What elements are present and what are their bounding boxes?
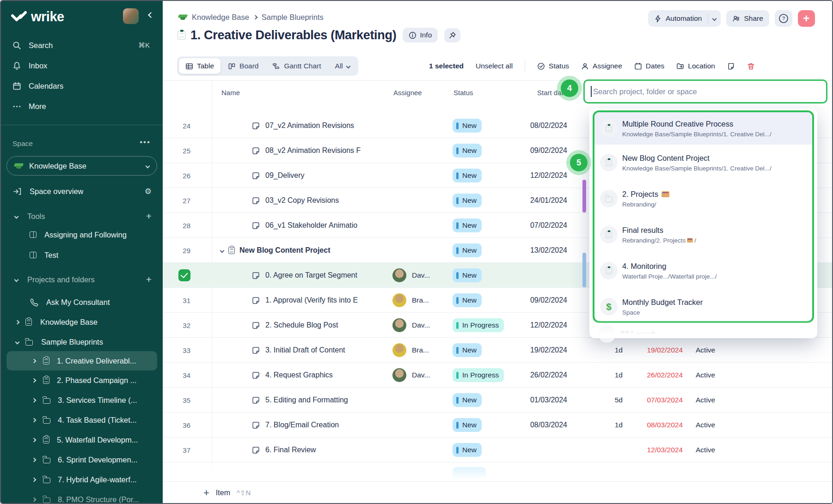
table-row[interactable]: 36 7. Blog/Email Creation New 08/03/2024… xyxy=(163,413,833,437)
start-date[interactable]: 09/02/2024 xyxy=(507,288,567,313)
automation-dropdown-button[interactable] xyxy=(708,10,721,27)
sidebar-item-space-overview[interactable]: Space overview ⚙ xyxy=(1,182,163,200)
sidebar-item-more[interactable]: More xyxy=(1,97,163,115)
status-badge[interactable]: New xyxy=(453,443,482,457)
duration[interactable]: 1d xyxy=(595,413,623,437)
sidebar-item-assigning-and-following[interactable]: Assigning and Following xyxy=(1,225,163,244)
project-state[interactable]: Active xyxy=(696,338,715,363)
start-date[interactable]: 13/02/2024 xyxy=(507,238,567,263)
start-date[interactable]: 12/02/2024 xyxy=(507,313,567,338)
status-badge[interactable]: In Progress xyxy=(453,368,504,382)
location-search-input[interactable]: Search project, folder or space xyxy=(583,79,827,103)
start-date[interactable]: 07/02/2024 xyxy=(507,213,567,238)
tab-filter-all[interactable]: All xyxy=(329,58,356,74)
breadcrumb-knowledge-base[interactable]: Knowledge Base xyxy=(192,13,249,22)
status-badge[interactable]: New xyxy=(453,418,482,432)
result-monthly-budget-tracker[interactable]: $ Monthly Budget Tracker Space xyxy=(594,289,812,323)
sidebar-item-task-based[interactable]: 4. Task Based (Ticket... xyxy=(1,411,163,429)
wrike-logo[interactable]: wrike xyxy=(11,9,64,24)
sidebar-item-services-timeline[interactable]: 3. Services Timeline (... xyxy=(1,391,163,409)
project-state[interactable]: Active xyxy=(696,437,715,462)
end-date-overdue[interactable]: 07/03/2024 xyxy=(631,388,683,413)
sidebar-item-inbox[interactable]: Inbox xyxy=(1,56,163,75)
assignee-name[interactable]: Bra... xyxy=(412,338,439,363)
status-badge[interactable]: New xyxy=(453,393,482,407)
table-row[interactable]: 34 4. Request Graphics Dav... In Progres… xyxy=(163,363,833,388)
result-4-monitoring[interactable]: 4. Monitoring Waterfall Proje.../Waterfa… xyxy=(594,253,812,289)
assignee-name[interactable]: Dav... xyxy=(412,313,439,338)
status-badge[interactable]: New xyxy=(453,343,482,357)
sidebar-item-search[interactable]: Search ⌘K xyxy=(1,36,163,55)
sidebar-item-waterfall-development[interactable]: 5. Waterfall Developm... xyxy=(1,431,163,449)
space-options-icon[interactable]: ••• xyxy=(140,138,151,147)
add-project-icon[interactable]: + xyxy=(146,274,152,285)
table-row[interactable]: 35 5. Editing and Formatting New 01/03/2… xyxy=(163,388,833,413)
location-action-button[interactable]: Location xyxy=(676,62,715,70)
add-tool-icon[interactable]: + xyxy=(146,211,152,222)
sidebar-item-hybrid-agile-waterfall[interactable]: 7. Hybrid Agile-waterf... xyxy=(1,470,163,489)
delete-action-button[interactable] xyxy=(747,62,755,70)
result-2-projects[interactable]: 2. Projects Rebranding/ xyxy=(594,181,812,217)
duration[interactable]: 5d xyxy=(595,388,623,413)
tab-table[interactable]: Table xyxy=(179,58,220,74)
user-avatar[interactable] xyxy=(123,8,139,24)
add-item-bar[interactable]: + Item ^⇧N xyxy=(163,481,833,504)
end-date-overdue[interactable]: 12/03/2024 xyxy=(631,437,683,462)
sidebar-item-sample-blueprints[interactable]: Sample Blueprints xyxy=(1,333,163,351)
status-badge[interactable]: New xyxy=(453,144,482,158)
status-badge[interactable]: New xyxy=(453,293,482,307)
sidebar-section-projects-and-folders[interactable]: Projects and folders + xyxy=(1,270,163,289)
help-button[interactable]: ? xyxy=(775,10,792,27)
start-date[interactable]: 01/03/2024 xyxy=(507,388,567,413)
project-state[interactable]: Active xyxy=(696,363,715,388)
space-selector[interactable]: Knowledge Base xyxy=(6,156,157,176)
sidebar-item-ask-my-consultant[interactable]: Ask My Consultant xyxy=(1,293,163,311)
duration[interactable]: 1d xyxy=(595,363,623,388)
info-button[interactable]: Info xyxy=(403,28,438,43)
result-multiple-round-creative-process[interactable]: Multiple Round Creative Process Knowledg… xyxy=(594,112,812,145)
start-date[interactable]: 26/02/2024 xyxy=(507,363,567,388)
sidebar-item-test[interactable]: Test xyxy=(1,246,163,264)
note-action-button[interactable] xyxy=(727,62,735,70)
sidebar-item-pmo-structure[interactable]: 8. PMO Structure (Por... xyxy=(1,490,163,503)
assignee-name[interactable]: Dav... xyxy=(412,363,439,388)
start-date[interactable]: 24/01/2024 xyxy=(507,188,567,213)
status-badge[interactable]: New xyxy=(453,268,482,282)
start-date[interactable]: 12/02/2024 xyxy=(507,163,567,188)
dates-action-button[interactable]: Dates xyxy=(634,62,665,70)
sidebar-collapse-icon[interactable] xyxy=(148,12,154,18)
unselect-all-button[interactable]: Unselect all xyxy=(476,62,513,70)
project-state[interactable]: Active xyxy=(696,388,715,413)
table-row[interactable]: 33 3. Initial Draft of Content Bra... Ne… xyxy=(163,338,833,363)
status-badge[interactable]: New xyxy=(453,194,482,207)
status-action-button[interactable]: Status xyxy=(537,62,569,70)
status-badge[interactable]: In Progress xyxy=(453,318,504,332)
assignee-name[interactable]: Bra... xyxy=(412,288,439,313)
project-state[interactable]: Active xyxy=(696,413,715,437)
tab-board[interactable]: Board xyxy=(221,58,265,74)
status-badge[interactable]: New xyxy=(453,169,482,182)
sidebar-item-sprint-development[interactable]: 6. Sprint Developmen... xyxy=(1,450,163,469)
column-header-status[interactable]: Status xyxy=(453,89,473,97)
start-date[interactable]: 09/02/2024 xyxy=(507,138,567,163)
sidebar-item-creative-deliverables[interactable]: 1. Creative Deliverabl... xyxy=(1,351,163,370)
result-new-blog-content-project[interactable]: New Blog Content Project Knowledge Base/… xyxy=(594,145,812,181)
start-date[interactable]: 08/02/2024 xyxy=(507,113,567,138)
share-button[interactable]: Share xyxy=(726,10,769,27)
assignee-action-button[interactable]: Assignee xyxy=(581,62,622,70)
status-badge[interactable]: New xyxy=(453,219,482,232)
column-header-name[interactable]: Name xyxy=(221,89,240,97)
sidebar-item-calendars[interactable]: Calendars xyxy=(1,77,163,95)
automation-button[interactable]: Automation xyxy=(648,10,721,27)
pin-button[interactable] xyxy=(444,28,460,43)
sidebar-item-phased-campaign[interactable]: 2. Phased Campaign ... xyxy=(1,371,163,389)
start-date[interactable]: 08/03/2024 xyxy=(507,413,567,437)
assignee-name[interactable]: Dav... xyxy=(412,263,439,288)
row-checkbox-checked[interactable] xyxy=(178,269,190,281)
status-badge[interactable]: New xyxy=(453,243,482,257)
start-date[interactable]: 19/02/2024 xyxy=(507,338,567,363)
sidebar-section-tools[interactable]: Tools + xyxy=(1,207,163,225)
result-final-results[interactable]: Final results Rebranding/2. Projects/ xyxy=(594,217,812,253)
end-date-overdue[interactable]: 08/03/2024 xyxy=(631,413,683,437)
tab-gantt-chart[interactable]: Gantt Chart xyxy=(266,58,327,74)
